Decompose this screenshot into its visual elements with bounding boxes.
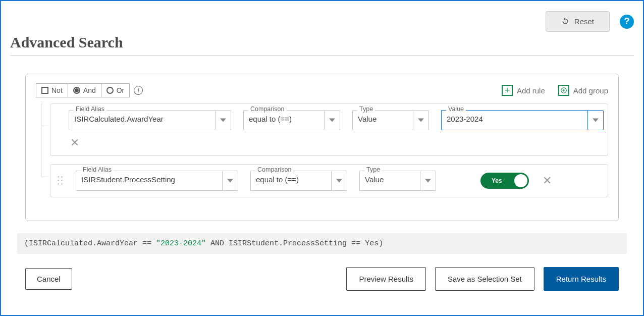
add-group-label: Add group: [573, 86, 608, 95]
rule-row: Field Alias ISIRStudent.ProcessSetting C…: [57, 171, 599, 191]
chevron-down-icon[interactable]: [222, 171, 238, 191]
group-header: Not And Or i + Add rule: [36, 83, 608, 97]
top-bar: Reset ?: [10, 11, 634, 32]
help-icon: ?: [624, 16, 630, 27]
field-alias-select[interactable]: Field Alias ISIRStudent.ProcessSetting: [76, 171, 238, 191]
cancel-button[interactable]: Cancel: [25, 268, 72, 290]
chevron-down-icon[interactable]: [413, 110, 429, 130]
value-label: Value: [446, 106, 466, 113]
expr-string: "2023-2024": [156, 239, 206, 248]
comparison-select[interactable]: Comparison equal to (==): [250, 171, 347, 191]
field-alias-select[interactable]: Field Alias ISIRCalculated.AwardYear: [69, 110, 231, 130]
chevron-down-icon[interactable]: [420, 171, 436, 191]
footer-right: Preview Results Save as Selection Set Re…: [346, 267, 619, 291]
reset-label: Reset: [574, 17, 594, 26]
delete-rule-button[interactable]: ✕: [69, 136, 81, 149]
reset-button[interactable]: Reset: [546, 11, 610, 32]
logic-segmented[interactable]: Not And Or: [36, 83, 130, 97]
reset-icon: [561, 17, 569, 26]
save-selection-set-button[interactable]: Save as Selection Set: [435, 267, 534, 291]
plus-circle-icon: [558, 85, 569, 96]
add-rule-button[interactable]: + Add rule: [502, 85, 545, 96]
comparison-value: equal to (==): [250, 171, 331, 191]
rule-row: Field Alias ISIRCalculated.AwardYear Com…: [57, 110, 599, 130]
chevron-down-icon[interactable]: [587, 110, 604, 130]
logic-and[interactable]: And: [68, 84, 101, 97]
field-alias-label: Field Alias: [81, 166, 114, 173]
field-alias-value: ISIRStudent.ProcessSetting: [76, 171, 222, 191]
rule-card: Field Alias ISIRCalculated.AwardYear Com…: [50, 103, 608, 156]
footer-actions: Cancel Preview Results Save as Selection…: [25, 267, 619, 291]
value-text: 2023-2024: [441, 110, 587, 130]
group-actions: + Add rule Add group: [502, 85, 608, 96]
expr-part: (ISIRCalculated.AwardYear ==: [24, 239, 156, 248]
plus-icon: +: [502, 85, 513, 96]
tree-connector: [41, 103, 51, 177]
info-icon[interactable]: i: [134, 86, 143, 95]
comparison-label: Comparison: [248, 106, 286, 113]
toggle-label: Yes: [492, 177, 502, 184]
radio-filled-icon: [73, 87, 80, 94]
return-results-button[interactable]: Return Results: [544, 267, 619, 291]
app-frame: Reset ? Advanced Search Not And: [0, 0, 644, 316]
value-toggle[interactable]: Yes: [480, 173, 529, 189]
preview-results-button[interactable]: Preview Results: [346, 267, 426, 291]
logic-controls: Not And Or i: [36, 83, 143, 97]
rule-card: Field Alias ISIRStudent.ProcessSetting C…: [50, 164, 608, 197]
query-builder: Not And Or i + Add rule: [25, 74, 619, 221]
field-alias-label: Field Alias: [74, 106, 106, 113]
logic-or[interactable]: Or: [101, 84, 130, 97]
checkbox-icon: [41, 87, 48, 94]
type-label: Type: [357, 106, 375, 113]
expression-preview: (ISIRCalculated.AwardYear == "2023-2024"…: [17, 233, 627, 254]
comparison-select[interactable]: Comparison equal to (==): [243, 110, 340, 130]
chevron-down-icon[interactable]: [331, 171, 347, 191]
logic-and-label: And: [83, 86, 96, 94]
toggle-knob: [514, 174, 527, 187]
chevron-down-icon[interactable]: [324, 110, 340, 130]
help-button[interactable]: ?: [620, 15, 634, 29]
logic-not-label: Not: [51, 86, 63, 94]
logic-or-label: Or: [117, 86, 125, 94]
add-rule-label: Add rule: [517, 86, 545, 95]
field-alias-value: ISIRCalculated.AwardYear: [69, 110, 215, 130]
title-divider: [10, 55, 634, 56]
expr-part: AND ISIRStudent.ProcessSetting == Yes): [206, 239, 383, 248]
type-select[interactable]: Type Value: [352, 110, 429, 130]
chevron-down-icon[interactable]: [215, 110, 231, 130]
logic-not[interactable]: Not: [36, 84, 68, 97]
comparison-value: equal to (==): [243, 110, 324, 130]
comparison-label: Comparison: [255, 166, 293, 173]
page-title: Advanced Search: [10, 34, 634, 51]
type-select[interactable]: Type Value: [359, 171, 436, 191]
drag-handle-icon[interactable]: [57, 175, 64, 186]
type-label: Type: [364, 166, 382, 173]
add-group-button[interactable]: Add group: [558, 85, 608, 96]
type-value: Value: [352, 110, 413, 130]
value-select[interactable]: Value 2023-2024: [441, 110, 604, 130]
type-value: Value: [359, 171, 420, 191]
radio-empty-icon: [106, 87, 114, 94]
delete-rule-button[interactable]: ✕: [541, 174, 553, 187]
rules-container: Field Alias ISIRCalculated.AwardYear Com…: [40, 103, 608, 197]
